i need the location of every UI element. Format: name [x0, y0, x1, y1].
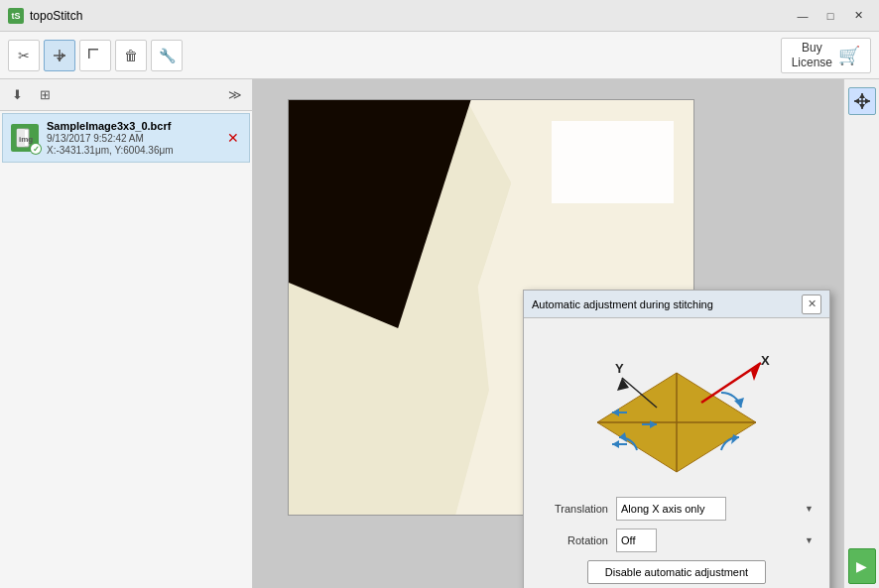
app-title: topoStitch	[30, 9, 790, 23]
svg-marker-32	[865, 98, 870, 104]
buy-license-button[interactable]: BuyLicense 🛒	[781, 38, 871, 73]
svg-marker-24	[612, 440, 619, 448]
translation-row: Translation Off Along X axis only Along …	[534, 497, 819, 521]
svg-line-19	[701, 363, 761, 403]
axis-diagram: Y X	[534, 328, 819, 497]
grid-view-button[interactable]: ⊞	[32, 82, 58, 108]
main-toolbar: ✂ 🗑 🔧 BuyLicense 🛒	[0, 32, 879, 79]
delete-tool-button[interactable]: 🗑	[115, 40, 147, 71]
minimize-button[interactable]: —	[790, 5, 816, 27]
play-icon: ▶	[856, 558, 867, 574]
rotation-label: Rotation	[534, 534, 608, 546]
disable-adjustment-button[interactable]: Disable automatic adjustment	[587, 560, 766, 584]
check-mark: ✓	[33, 145, 40, 154]
title-bar: tS topoStitch — □ ✕	[0, 0, 879, 32]
import-button[interactable]: ⬇	[4, 82, 30, 108]
sidebar-toolbar: ⬇ ⊞ ≫	[0, 79, 252, 111]
file-close-button[interactable]: ✕	[225, 128, 241, 148]
file-svg-icon: img	[15, 128, 35, 148]
file-item-info: SampleImage3x3_0.bcrf 9/13/2017 9:52:42 …	[47, 120, 225, 156]
scissors-tool-button[interactable]: ✂	[8, 40, 40, 71]
white-patch	[552, 121, 673, 204]
axis-arrows-button[interactable]	[848, 87, 876, 115]
svg-text:Y: Y	[615, 361, 624, 376]
cart-icon: 🛒	[838, 45, 860, 66]
arrow-tool-button[interactable]	[44, 40, 75, 71]
adjustment-dialog: Automatic adjustment during stitching ✕	[523, 290, 830, 588]
file-icon: img ✓	[11, 124, 39, 152]
dialog-close-button[interactable]: ✕	[802, 294, 821, 314]
dialog-body: Y X	[524, 318, 829, 588]
close-button[interactable]: ✕	[845, 5, 871, 27]
canvas-area[interactable]: Automatic adjustment during stitching ✕	[253, 79, 879, 588]
maximize-button[interactable]: □	[817, 5, 843, 27]
file-date: 9/13/2017 9:52:42 AM	[47, 133, 225, 144]
svg-text:img: img	[19, 135, 33, 144]
svg-marker-3	[57, 58, 63, 61]
translation-select-wrapper: Off Along X axis only Along Y axis only …	[616, 497, 819, 521]
expand-button[interactable]: ≫	[222, 82, 248, 108]
file-item[interactable]: img ✓ SampleImage3x3_0.bcrf 9/13/2017 9:…	[2, 113, 250, 163]
translation-label: Translation	[534, 503, 608, 515]
rotation-select[interactable]: Off On	[616, 529, 657, 552]
svg-text:X: X	[761, 353, 770, 368]
play-button[interactable]: ▶	[848, 548, 876, 584]
settings-tool-button[interactable]: 🔧	[151, 40, 183, 71]
sidebar: ⬇ ⊞ ≫ img ✓ SampleImage3x3_0.bcrf 9/13/2…	[0, 79, 253, 588]
dialog-titlebar: Automatic adjustment during stitching ✕	[524, 291, 829, 318]
main-content: ⬇ ⊞ ≫ img ✓ SampleImage3x3_0.bcrf 9/13/2…	[0, 79, 879, 588]
dialog-title: Automatic adjustment during stitching	[532, 298, 802, 310]
svg-marker-31	[854, 98, 859, 104]
toolbar-right: BuyLicense 🛒	[781, 38, 871, 73]
file-coords: X:-3431.31μm, Y:6004.36μm	[47, 145, 225, 156]
svg-marker-29	[859, 93, 865, 98]
svg-marker-30	[859, 104, 865, 109]
buy-license-text: BuyLicense	[792, 41, 832, 69]
axis-diagram-svg: Y X	[548, 333, 806, 492]
rotation-select-wrapper: Off On	[616, 529, 819, 552]
window-controls: — □ ✕	[790, 5, 871, 27]
app-icon: tS	[8, 8, 24, 24]
corner-tool-button[interactable]	[79, 40, 111, 71]
svg-marker-13	[617, 378, 629, 391]
rotation-row: Rotation Off On	[534, 529, 819, 552]
file-name: SampleImage3x3_0.bcrf	[47, 120, 225, 132]
translation-select[interactable]: Off Along X axis only Along Y axis only …	[616, 497, 726, 521]
svg-rect-5	[88, 49, 90, 59]
right-panel: ▶	[843, 79, 879, 588]
